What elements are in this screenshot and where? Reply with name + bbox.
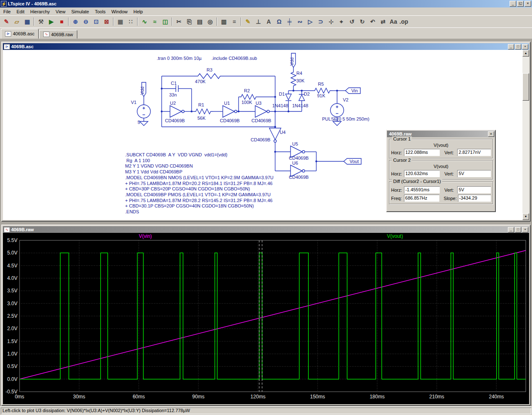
menu-view[interactable]: View [53,8,69,15]
toolbar-zoom-in-button[interactable]: ⊕ [70,17,81,27]
toolbar-redo-button[interactable]: ↻ [357,17,367,27]
toolbar-drag-button[interactable]: ⌖ [336,17,347,27]
menu-window[interactable]: Window [108,8,131,15]
toolbar-new-schematic-button[interactable]: ✎ [1,17,12,27]
schematic-text: 1N4148 [272,103,288,108]
toolbar-undo-button[interactable]: ↺ [347,17,357,27]
schematic-window-titlebar[interactable]: ⊳ 4069B.asc _ □ × [3,43,529,50]
svg-text:0.0V: 0.0V [7,376,17,382]
waveform-window-titlebar[interactable]: ∿ 4069B.raw _ □ × [3,226,529,233]
toolbar-mirror-button[interactable]: ⇄ [378,17,388,27]
menu-tools[interactable]: Tools [92,8,108,15]
schematic-window-title: 4069B.asc [11,44,507,49]
waveform-minimize-button[interactable]: _ [508,227,514,232]
schematic-window-icon: ⊳ [4,44,10,49]
toolbar-show-grid-button[interactable]: ▦ [115,17,126,27]
schematic-minimize-button[interactable]: _ [508,44,514,49]
toolbar-cut-button[interactable]: ✂ [174,17,184,27]
toolbar-control-panel-button[interactable]: ⚒ [36,17,46,27]
schematic-text: U1 [224,101,230,106]
toolbar-place-inductor-button[interactable]: ∾ [295,17,305,27]
toolbar-run-simulation-button[interactable]: ▶ [46,17,57,27]
netlist-line: + PHI=.75 LAMBDA=1.87M RD=20.2 RS=184.1 … [125,181,273,186]
schematic-canvas[interactable]: VddVddVinVout .tran 0 300m 50m 10µ.inclu… [3,50,522,220]
menu-help[interactable]: Help [131,8,146,15]
netlist-line: .MODEL CD4069BP PMOS (LEVEL=1 VTO=-1 KP=… [125,192,271,197]
toolbar-open-file-button[interactable]: ▱ [12,17,22,27]
schematic-text: CD4069B [251,137,271,142]
cursor1-group: Cursor 1 V(vout) Horz: 122.088ms Vert: 2… [389,139,493,158]
scroll-up-arrow[interactable]: ▲ [522,50,529,57]
toolbar-add-plot-pane-button[interactable]: ◫ [160,17,170,27]
menu-edit[interactable]: Edit [14,8,27,15]
toolbar-mark-data-points-button[interactable]: ∷ [126,17,136,27]
diff-horz-value: -1.45591ms [404,186,440,193]
toolbar-find-button[interactable]: ◎ [205,17,215,27]
menu-simulate[interactable]: Simulate [68,8,92,15]
schematic-text: CD4069B [220,118,240,123]
titlebar: ⚡ LTspice IV - 4069B.asc _ ◱ × [0,0,532,7]
toolbar-separator [241,17,241,26]
toolbar-spice-directive-button[interactable]: .op [399,17,409,27]
close-button[interactable]: × [525,1,531,7]
toolbar-place-label-button[interactable]: A [264,17,274,27]
menu-hierarchy[interactable]: Hierarchy [27,8,53,15]
netlist-line: Rg A 1 100 [125,158,150,163]
toolbar-autorange-button[interactable]: ∿ [139,17,150,27]
toolbar-rotate-button[interactable]: ↶ [367,17,378,27]
toolbar-print-button[interactable]: ≡ [229,17,239,27]
minimize-button[interactable]: _ [510,1,516,7]
svg-text:30ms: 30ms [73,394,85,400]
waveform-close-button[interactable]: × [522,227,528,232]
toolbar-place-ground-button[interactable]: ⊥ [253,17,264,27]
cursor-panel-close-button[interactable]: × [488,131,494,137]
toolbar-print-preview-button[interactable]: ▥ [219,17,229,27]
svg-text:3.0V: 3.0V [7,301,17,306]
waveform-maximize-button[interactable]: □ [515,227,521,232]
waveform-plot[interactable]: V(vin)V(vout) 0ms30ms60ms90ms120ms150ms1… [3,233,529,404]
schematic-close-button[interactable]: × [522,44,528,49]
toolbar-separator [113,17,114,26]
svg-text:2.0V: 2.0V [7,326,17,331]
waveform-window: ∿ 4069B.raw _ □ × V(vin)V(vout) 0ms30ms6… [1,225,531,406]
toolbar-add-text-button[interactable]: Aa [388,17,399,27]
schematic-text: R3 [207,67,212,72]
restore-button[interactable]: ◱ [517,1,524,7]
toolbar-zoom-extents-button[interactable]: ⊡ [91,17,101,27]
toolbar-place-component-button[interactable]: ⊃ [315,17,326,27]
toolbar-separator [217,17,217,26]
diff-slope-value: -3434.29 [458,195,491,202]
toolbar-draw-wire-button[interactable]: ✎ [243,17,253,27]
toolbar-zoom-full-button[interactable]: ⊠ [101,17,112,27]
cursor2-vert-value: 5V [457,170,491,177]
svg-text:90ms: 90ms [192,394,204,400]
svg-text:1.5V: 1.5V [7,338,17,344]
toolbar-zoom-back-button[interactable]: ⊖ [81,17,91,27]
menu-file[interactable]: File [0,8,14,15]
svg-text:240ms: 240ms [489,394,504,400]
toolbar-separator [137,17,138,26]
scrollbar-thumb[interactable] [522,73,529,101]
netlist-line: .ENDS [125,209,139,214]
toolbar-move-button[interactable]: ⊹ [326,17,336,27]
toolbar-paste-button[interactable]: ▤ [195,17,205,27]
toolbar-copy-button[interactable]: ⎘ [184,17,195,27]
toolbar: ✎▱▦⚒▶■⊕⊖⊡⊠▦∷∿≈◫✂⎘▤◎▥≡✎⊥AΩ╪∾▷⊃⊹⌖↺↻↶⇄Aa.op [0,15,532,27]
toolbar-place-resistor-button[interactable]: Ω [274,17,284,27]
toolbar-place-capacitor-button[interactable]: ╪ [284,17,295,27]
statusbar-text: Left-click to plot U3 dissipation: V(N00… [1,408,531,414]
toolbar-place-diode-button[interactable]: ▷ [305,17,315,27]
scroll-down-arrow[interactable]: ▼ [522,213,529,220]
toolbar-save-button[interactable]: ▦ [22,17,32,27]
net-flag-label: Vin [351,88,358,93]
cursor2-label: Cursor 2 [392,158,412,163]
tab-4069b.asc[interactable]: ⊳4069B.asc [1,29,39,39]
tab-label: 4069B.asc [13,31,34,36]
svg-text:150ms: 150ms [310,394,325,400]
cursor1-horz-value: 122.088ms [404,149,440,156]
tab-4069b.raw[interactable]: ∿4069B.raw [39,30,77,39]
toolbar-halt-simulation-button[interactable]: ■ [57,17,67,27]
schematic-vertical-scrollbar[interactable]: ▲ ▼ [522,50,529,220]
schematic-maximize-button[interactable]: □ [515,44,521,49]
toolbar-plot-settings-button[interactable]: ≈ [150,17,160,27]
